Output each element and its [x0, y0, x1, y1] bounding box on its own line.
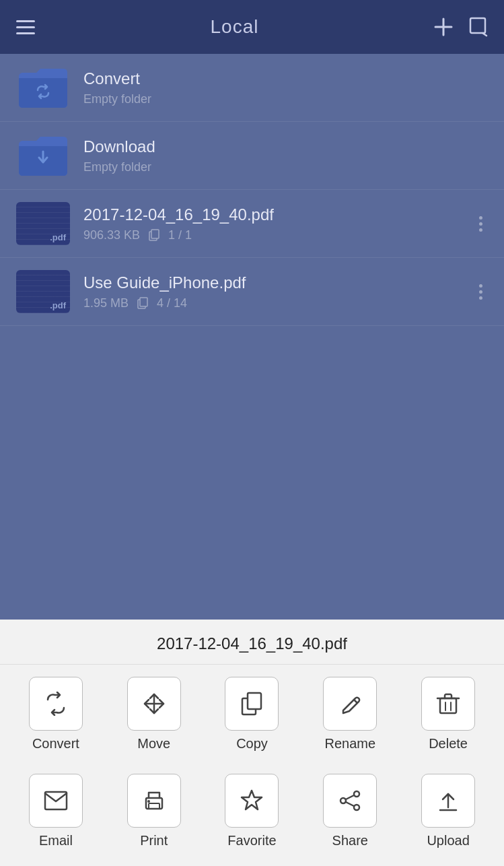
action-convert[interactable]: Convert: [15, 677, 96, 763]
print-label: Print: [140, 833, 168, 848]
hamburger-menu-button[interactable]: [16, 20, 35, 34]
upload-label: Upload: [427, 833, 469, 848]
svg-rect-12: [248, 693, 261, 709]
svg-point-25: [340, 798, 346, 803]
svg-marker-22: [242, 791, 262, 809]
copy-icon-box: [225, 677, 279, 731]
pdf-icon-2: .pdf: [16, 270, 70, 313]
file-item-pdf2[interactable]: .pdf Use Guide_iPhone.pdf 1.95 MB 4 / 14: [0, 258, 504, 326]
action-copy[interactable]: Copy: [211, 677, 292, 763]
action-row-2: Email Print: [0, 768, 504, 865]
action-grid: Convert Move: [0, 665, 504, 866]
action-upload[interactable]: Upload: [408, 774, 489, 860]
print-icon-box: [127, 774, 181, 828]
upload-icon-box: [421, 774, 475, 828]
more-options-pdf2[interactable]: [474, 279, 488, 305]
file-name-pdf2: Use Guide_iPhone.pdf: [83, 273, 474, 292]
delete-label: Delete: [429, 736, 468, 752]
file-info-pdf2: Use Guide_iPhone.pdf 1.95 MB 4 / 14: [83, 273, 474, 310]
sheet-filename: 2017-12-04_16_19_40.pdf: [0, 620, 504, 665]
convert-icon-box: [29, 677, 83, 731]
svg-point-23: [354, 791, 359, 797]
add-button[interactable]: [434, 18, 453, 36]
file-item-pdf1[interactable]: .pdf 2017-12-04_16_19_40.pdf 906.33 KB 1…: [0, 190, 504, 258]
share-icon-box: [323, 774, 377, 828]
email-label: Email: [39, 833, 73, 848]
folder-info-download: Download Empty folder: [83, 137, 488, 174]
svg-point-24: [354, 805, 359, 810]
edit-button[interactable]: [469, 17, 488, 37]
action-row-1: Convert Move: [0, 671, 504, 768]
svg-line-13: [354, 700, 357, 702]
action-move[interactable]: Move: [114, 677, 194, 763]
file-meta-pdf2: 1.95 MB 4 / 14: [83, 296, 474, 310]
folder-info-convert: Convert Empty folder: [83, 69, 488, 106]
svg-line-26: [346, 795, 354, 799]
svg-rect-14: [440, 698, 456, 713]
action-rename[interactable]: Rename: [310, 677, 390, 763]
action-share[interactable]: Share: [310, 774, 390, 860]
move-icon-box: [127, 677, 181, 731]
bottom-action-sheet: 2017-12-04_16_19_40.pdf Convert: [0, 620, 504, 866]
folder-item-download[interactable]: Download Empty folder: [0, 122, 504, 190]
folder-icon-convert: [16, 66, 70, 109]
folder-meta-download: Empty folder: [83, 160, 488, 174]
favorite-label: Favorite: [227, 833, 276, 848]
svg-line-27: [346, 802, 354, 806]
file-meta-pdf1: 906.33 KB 1 / 1: [83, 228, 474, 242]
move-label: Move: [137, 736, 170, 752]
email-icon-box: [29, 774, 83, 828]
folder-icon-download: [16, 134, 70, 177]
more-options-pdf1[interactable]: [474, 211, 488, 237]
folder-item-convert[interactable]: Convert Empty folder: [0, 54, 504, 122]
convert-label: Convert: [32, 736, 79, 752]
file-name-pdf1: 2017-12-04_16_19_40.pdf: [83, 205, 474, 224]
action-email[interactable]: Email: [15, 774, 96, 860]
copy-label: Copy: [236, 736, 268, 752]
share-label: Share: [332, 833, 368, 848]
action-favorite[interactable]: Favorite: [211, 774, 292, 860]
svg-line-3: [482, 33, 487, 36]
file-info-pdf1: 2017-12-04_16_19_40.pdf 906.33 KB 1 / 1: [83, 205, 474, 242]
svg-rect-2: [470, 18, 485, 33]
folder-name-download: Download: [83, 137, 488, 156]
delete-icon-box: [421, 677, 475, 731]
pdf-icon-1: .pdf: [16, 202, 70, 245]
file-list: Convert Empty folder Download Empty fold…: [0, 54, 504, 620]
rename-icon-box: [323, 677, 377, 731]
top-bar-actions: [434, 17, 488, 37]
action-delete[interactable]: Delete: [408, 677, 489, 763]
action-print[interactable]: Print: [114, 774, 194, 860]
top-bar: Local: [0, 0, 504, 54]
svg-rect-8: [140, 298, 147, 306]
rename-label: Rename: [324, 736, 375, 752]
svg-point-21: [147, 800, 150, 803]
svg-rect-6: [151, 230, 159, 238]
folder-name-convert: Convert: [83, 69, 488, 88]
page-title: Local: [211, 16, 259, 38]
favorite-icon-box: [225, 774, 279, 828]
folder-meta-convert: Empty folder: [83, 92, 488, 106]
